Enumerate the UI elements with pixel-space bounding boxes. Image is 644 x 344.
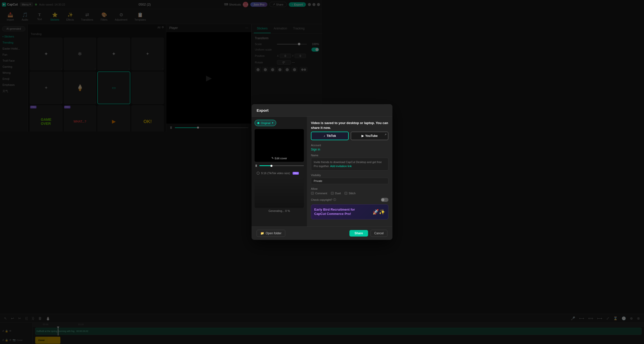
modal-preview-panel: Original ▾ ✎ Edit cover ⏸	[252, 117, 307, 172]
radio-916	[257, 172, 260, 172]
sign-in-link[interactable]: Sign in	[311, 148, 320, 151]
sign-in-area: Sign in	[311, 148, 322, 151]
share-message: Video is saved to your desktop or laptop…	[311, 121, 322, 130]
mini-pause-button[interactable]: ⏸	[255, 164, 258, 168]
mini-progress-fill	[259, 165, 270, 166]
account-label: Account	[311, 144, 322, 147]
format-tabs: Original ▾	[255, 120, 304, 126]
chevron-down-icon: ▾	[272, 121, 273, 125]
mini-progress-handle[interactable]	[270, 165, 272, 167]
modal-overlay: Export Original ▾ ✎ Edit	[0, 0, 322, 172]
preview-black: ✎ Edit cover	[255, 129, 304, 162]
tiktok-button[interactable]: ♪ TikTok	[311, 132, 322, 140]
name-label: Name	[311, 154, 322, 157]
modal-share-panel: Video is saved to your desktop or laptop…	[307, 117, 322, 172]
modal-body: Original ▾ ✎ Edit cover ⏸	[252, 117, 322, 172]
preview-box: ✎ Edit cover	[255, 129, 304, 162]
platform-buttons: ♪ TikTok ▶ YouTube ↗	[311, 132, 322, 140]
export-modal: Export Original ▾ ✎ Edit	[252, 104, 322, 172]
mini-player-controls: ⏸	[255, 164, 304, 168]
edit-cover-button[interactable]: ✎ Edit cover	[255, 157, 304, 160]
format-dot	[257, 122, 259, 124]
edit-icon: ✎	[271, 157, 274, 160]
mini-progress-bar[interactable]	[259, 165, 304, 166]
invite-box: Invite friends to download CapCut Deskto…	[311, 158, 322, 171]
format-original-tab[interactable]: Original ▾	[255, 120, 276, 126]
modal-title: Export	[252, 104, 322, 117]
format-916-option[interactable]: 9:16 (TikTok video size) PRO	[255, 170, 304, 172]
